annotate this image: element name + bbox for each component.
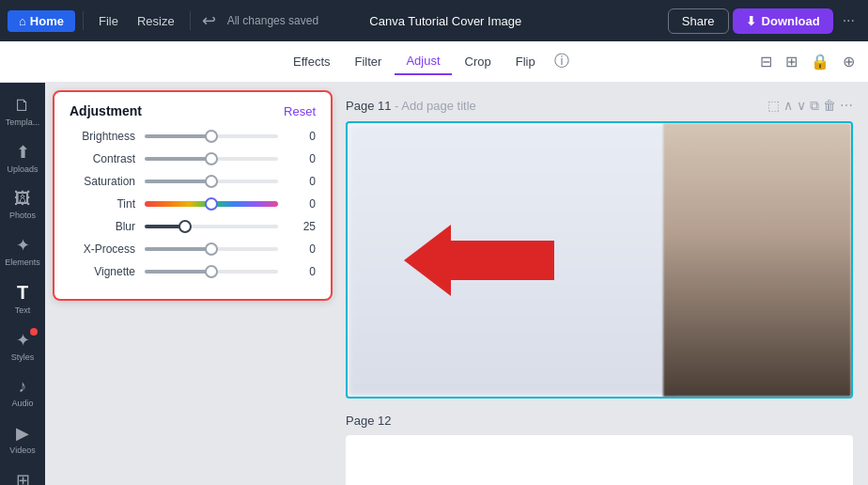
page11-title-bar: Page 11 - Add page title ⬚ ∧ ∨ ⧉ 🗑 ⋯ xyxy=(346,98,853,114)
contrast-value: 0 xyxy=(287,152,316,165)
tint-label: Tint xyxy=(70,197,145,211)
sidebar-item-label: Photos xyxy=(9,211,36,220)
sidebar-item-audio[interactable]: ♪ Audio xyxy=(2,371,43,414)
blur-row: Blur 25 xyxy=(70,220,316,233)
page12-title-bar: Page 12 xyxy=(346,414,853,428)
more-options-button[interactable]: ··· xyxy=(837,12,860,29)
document-title: Canva Tutorial Cover Image xyxy=(369,14,521,28)
contrast-slider[interactable] xyxy=(145,157,278,161)
page-actions: ⬚ ∧ ∨ ⧉ 🗑 ⋯ xyxy=(767,98,853,114)
home-label: Home xyxy=(30,14,64,28)
contrast-label: Contrast xyxy=(70,152,145,165)
blur-label: Blur xyxy=(70,220,145,233)
share-button[interactable]: Share xyxy=(668,8,729,34)
brightness-value: 0 xyxy=(287,130,316,143)
tab-crop[interactable]: Crop xyxy=(454,49,503,74)
secondary-navigation: Effects Filter Adjust Crop Flip ⓘ ⊟ ⊞ 🔒 … xyxy=(0,41,868,83)
sidebar-item-uploads[interactable]: ⬆ Uploads xyxy=(2,136,43,180)
tab-effects[interactable]: Effects xyxy=(282,49,342,74)
text-icon: T xyxy=(17,282,28,304)
arrow-head xyxy=(404,225,451,296)
photos-icon: 🖼 xyxy=(14,189,31,209)
lock-icon[interactable]: 🔒 xyxy=(805,49,835,74)
sidebar-item-label: Templa... xyxy=(6,117,40,127)
adjustment-title: Adjustment xyxy=(70,103,142,118)
sidebar-item-styles[interactable]: ✦ Styles xyxy=(2,324,43,368)
contrast-row: Contrast 0 xyxy=(70,152,316,165)
page12-label: Page 12 xyxy=(346,414,391,428)
vignette-slider[interactable] xyxy=(145,270,278,274)
tab-adjust[interactable]: Adjust xyxy=(395,48,451,75)
sidebar-item-label: Styles xyxy=(11,352,35,362)
arrow-body xyxy=(451,241,554,280)
sidebar-item-text[interactable]: T Text xyxy=(2,276,43,321)
canvas-page-11[interactable] xyxy=(346,121,853,399)
vignette-label: Vignette xyxy=(70,265,145,278)
download-icon: ⬇ xyxy=(746,14,756,28)
autosave-status: All changes saved xyxy=(227,14,366,27)
sidebar: 🗋 Templa... ⬆ Uploads 🖼 Photos ✦ Element… xyxy=(0,83,45,485)
blur-value: 25 xyxy=(287,220,316,233)
background-icon: ⊞ xyxy=(16,470,30,485)
home-icon: ⌂ xyxy=(19,14,26,28)
canvas-page-12[interactable] xyxy=(346,435,853,485)
nav-divider-2 xyxy=(190,11,191,30)
home-button[interactable]: ⌂ Home xyxy=(8,10,75,32)
sidebar-item-label: Text xyxy=(15,305,31,315)
file-menu[interactable]: File xyxy=(91,10,126,32)
sidebar-item-elements[interactable]: ✦ Elements xyxy=(2,229,43,273)
brightness-row: Brightness 0 xyxy=(70,130,316,143)
sidebar-item-background[interactable]: ⊞ Bkgrou... xyxy=(2,464,43,485)
xprocess-slider[interactable] xyxy=(145,247,278,251)
main-layout: 🗋 Templa... ⬆ Uploads 🖼 Photos ✦ Element… xyxy=(0,83,868,485)
download-button[interactable]: ⬇ Download xyxy=(733,8,833,34)
view-icon-2[interactable]: ⊞ xyxy=(780,49,803,74)
nav-divider xyxy=(83,11,84,30)
xprocess-value: 0 xyxy=(287,242,316,256)
sidebar-item-videos[interactable]: ▶ Videos xyxy=(2,417,43,461)
sidebar-item-photos[interactable]: 🖼 Photos xyxy=(2,183,43,226)
more-page-icon[interactable]: ⋯ xyxy=(840,98,853,114)
notification-badge xyxy=(30,328,38,336)
sidebar-item-label: Videos xyxy=(9,446,35,455)
adjustment-header: Adjustment Reset xyxy=(70,103,316,118)
sidebar-item-label: Elements xyxy=(5,258,40,267)
sidebar-item-templates[interactable]: 🗋 Templa... xyxy=(2,90,43,133)
top-navigation: ⌂ Home File Resize ↩ All changes saved C… xyxy=(0,0,868,41)
saturation-value: 0 xyxy=(287,175,316,188)
saturation-slider[interactable] xyxy=(145,180,278,183)
add-icon[interactable]: ⊕ xyxy=(837,49,860,74)
copy-icon[interactable]: ⧉ xyxy=(810,98,819,114)
vignette-value: 0 xyxy=(287,265,316,278)
blur-slider[interactable] xyxy=(145,225,278,228)
tint-value: 0 xyxy=(287,197,316,211)
chevron-up-icon[interactable]: ∧ xyxy=(783,98,793,114)
videos-icon: ▶ xyxy=(16,423,29,444)
info-icon[interactable]: ⓘ xyxy=(549,48,575,75)
tint-row: Tint 0 xyxy=(70,197,316,211)
audio-icon: ♪ xyxy=(19,377,27,397)
reset-button[interactable]: Reset xyxy=(284,104,316,118)
view-icon-1[interactable]: ⊟ xyxy=(754,49,778,74)
expand-icon[interactable]: ⬚ xyxy=(767,98,780,114)
saturation-row: Saturation 0 xyxy=(70,175,316,188)
canvas-person xyxy=(663,123,851,397)
brightness-slider[interactable] xyxy=(145,134,278,138)
page11-title-placeholder[interactable]: Add page title xyxy=(401,99,476,113)
tab-flip[interactable]: Flip xyxy=(504,49,547,74)
chevron-down-icon[interactable]: ∨ xyxy=(797,98,806,114)
tint-slider[interactable] xyxy=(145,201,278,207)
download-label: Download xyxy=(762,14,820,28)
tab-filter[interactable]: Filter xyxy=(344,49,394,74)
vignette-row: Vignette 0 xyxy=(70,265,316,278)
xprocess-row: X-Process 0 xyxy=(70,242,316,256)
xprocess-label: X-Process xyxy=(70,242,145,256)
undo-button[interactable]: ↩ xyxy=(198,8,220,33)
adjustment-panel: Adjustment Reset Brightness 0 Contrast 0… xyxy=(53,90,333,301)
delete-icon[interactable]: 🗑 xyxy=(823,98,836,114)
elements-icon: ✦ xyxy=(16,235,30,256)
uploads-icon: ⬆ xyxy=(16,142,30,163)
saturation-label: Saturation xyxy=(70,175,145,188)
resize-menu[interactable]: Resize xyxy=(130,10,182,32)
brightness-label: Brightness xyxy=(70,130,145,143)
